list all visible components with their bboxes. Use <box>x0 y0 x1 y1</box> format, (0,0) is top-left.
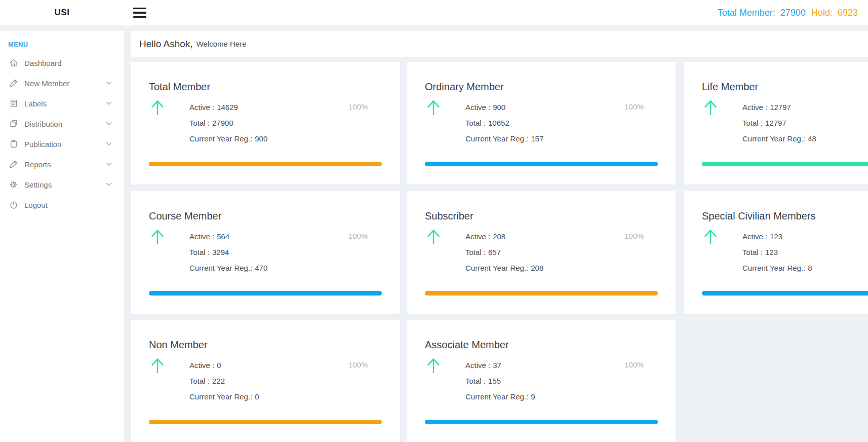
reg-value: 470 <box>255 260 267 276</box>
reg-label: Current Year Reg.: <box>742 260 805 276</box>
active-label: Active : <box>189 229 214 244</box>
active-label: Active : <box>465 357 490 373</box>
reg-value: 208 <box>531 260 543 276</box>
hold-label: Hold: <box>811 8 833 18</box>
reg-label: Current Year Reg.: <box>189 389 252 404</box>
total-value: 10652 <box>488 115 509 131</box>
sidebar-item-publication[interactable]: Publication <box>0 134 124 154</box>
total-label: Total : <box>189 115 210 131</box>
chevron-down-icon <box>106 122 112 126</box>
active-value: 900 <box>493 99 505 115</box>
sidebar-item-dashboard[interactable]: Dashboard <box>0 53 124 73</box>
hold-value: 6923 <box>838 8 858 18</box>
member-card-ordinary-member: Ordinary Member Active :900 Total :10652… <box>407 62 676 185</box>
percent-label: 100% <box>624 102 644 111</box>
reg-value: 900 <box>255 131 267 146</box>
member-card-life-member: Life Member Active :12797 Total :12797 C… <box>684 62 868 185</box>
reg-value: 0 <box>255 389 259 404</box>
percent-label: 100% <box>348 102 368 111</box>
card-stats: Active :0 Total :222 Current Year Reg.:0 <box>189 357 259 404</box>
active-label: Active : <box>465 229 490 244</box>
percent-label: 100% <box>348 360 368 369</box>
percent-label: 100% <box>624 232 644 240</box>
brand-logo: USI <box>0 8 124 18</box>
progress-bar <box>425 291 658 296</box>
sidebar-item-reports[interactable]: Reports <box>0 154 124 174</box>
home-icon <box>9 58 19 68</box>
sidebar-item-new-member[interactable]: New Member <box>0 73 124 93</box>
progress-bar <box>149 162 382 166</box>
total-value: 222 <box>212 373 225 389</box>
sidebar-item-logout[interactable]: Logout <box>0 195 124 215</box>
greeting-text: Hello Ashok, <box>139 39 193 50</box>
sidebar-item-settings[interactable]: Settings <box>0 174 124 195</box>
top-navbar: USI Total Member: 27900 Hold: 6923 <box>0 0 868 25</box>
active-value: 208 <box>493 229 505 244</box>
sidebar-item-labels[interactable]: Labels <box>0 93 124 114</box>
up-arrow-icon <box>703 228 718 247</box>
card-title: Ordinary Member <box>425 81 504 93</box>
total-value: 155 <box>488 373 501 389</box>
progress-bar <box>702 291 868 296</box>
active-value: 37 <box>493 357 501 373</box>
card-stats: Active :208 Total :657 Current Year Reg.… <box>465 229 543 276</box>
greeting-subtitle: Welcome Here <box>196 40 247 48</box>
card-title: Total Member <box>149 81 210 93</box>
pen-icon <box>9 78 19 88</box>
member-card-course-member: Course Member Active :564 Total :3294 Cu… <box>131 191 400 314</box>
progress-bar <box>425 420 658 424</box>
card-stats: Active :564 Total :3294 Current Year Reg… <box>189 229 267 276</box>
receipt-icon <box>9 98 19 108</box>
reg-value: 9 <box>531 389 535 404</box>
total-label: Total : <box>742 115 763 131</box>
total-value: 657 <box>488 244 501 260</box>
power-icon <box>9 200 19 210</box>
chevron-down-icon <box>106 101 112 105</box>
reg-label: Current Year Reg.: <box>465 260 528 276</box>
sidebar-item-distribution[interactable]: Distribution <box>0 114 124 134</box>
pen-icon <box>9 159 19 169</box>
percent-label: 100% <box>348 232 368 240</box>
member-card-total-member: Total Member Active :14629 Total :27900 … <box>131 62 400 185</box>
up-arrow-icon <box>150 99 165 118</box>
total-label: Total : <box>189 244 210 260</box>
active-value: 14629 <box>217 99 238 115</box>
up-arrow-icon <box>426 99 441 118</box>
reg-value: 157 <box>531 131 543 146</box>
member-card-special-civilian-members: Special Civilian Members Active :123 Tot… <box>684 191 868 314</box>
total-label: Total : <box>742 244 763 260</box>
menu-section-label: MENU <box>8 41 124 48</box>
up-arrow-icon <box>426 228 441 247</box>
total-value: 123 <box>765 244 778 260</box>
member-card-associate-member: Associate Member Active :37 Total :155 C… <box>407 320 676 442</box>
card-title: Associate Member <box>425 339 509 351</box>
active-label: Active : <box>189 99 214 115</box>
reg-label: Current Year Reg.: <box>189 131 252 146</box>
chevron-down-icon <box>106 182 112 187</box>
total-value: 27900 <box>212 115 233 131</box>
member-card-non-member: Non Member Active :0 Total :222 Current … <box>131 320 400 442</box>
total-label: Total : <box>189 373 210 389</box>
up-arrow-icon <box>150 357 165 376</box>
up-arrow-icon <box>150 228 165 247</box>
hamburger-menu-icon[interactable] <box>133 8 146 18</box>
topbar-summary: Total Member: 27900 Hold: 6923 <box>718 8 858 18</box>
card-title: Subscriber <box>425 210 474 222</box>
progress-bar <box>149 291 382 296</box>
active-label: Active : <box>189 357 214 373</box>
card-stats: Active :12797 Total :12797 Current Year … <box>742 99 816 146</box>
sidebar-menu: Dashboard New Member Labels Distribution… <box>0 53 124 215</box>
active-label: Active : <box>742 229 767 244</box>
active-value: 12797 <box>770 99 791 115</box>
reg-label: Current Year Reg.: <box>742 131 805 146</box>
total-member-value: 27900 <box>780 8 806 18</box>
dashboard-page: USI Total Member: 27900 Hold: 6923 MENU … <box>0 0 868 442</box>
card-title: Non Member <box>149 339 208 351</box>
percent-label: 100% <box>624 360 644 369</box>
card-stats: Active :37 Total :155 Current Year Reg.:… <box>465 357 535 404</box>
total-label: Total : <box>465 373 486 389</box>
card-title: Course Member <box>149 210 221 222</box>
total-value: 3294 <box>212 244 229 260</box>
progress-bar <box>425 162 658 166</box>
reg-label: Current Year Reg.: <box>465 131 528 146</box>
